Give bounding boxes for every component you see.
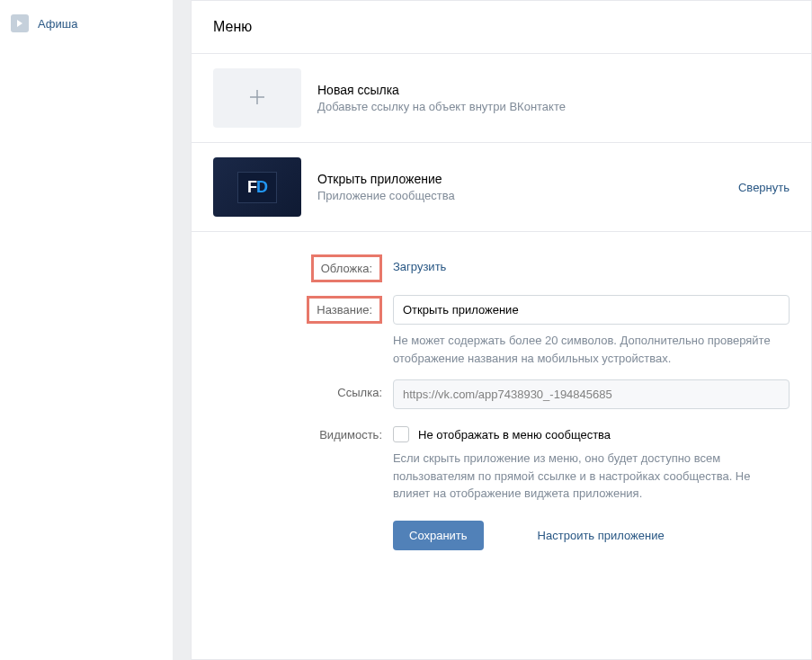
menu-item-text: Новая ссылка Добавьте ссылку на объект в… (317, 83, 790, 113)
name-input[interactable] (393, 295, 790, 325)
form-row-cover: Обложка: Загрузить (213, 254, 790, 282)
form-row-link: Ссылка: (213, 379, 790, 409)
name-label: Название: (307, 296, 382, 324)
menu-item-title: Открыть приложение (317, 172, 709, 186)
menu-item-subtitle: Добавьте ссылку на объект внутри ВКонтак… (317, 100, 790, 113)
sidebar: Афиша (0, 0, 173, 660)
form-section: Обложка: Загрузить Название: Не может со… (192, 232, 811, 572)
visibility-label: Видимость: (319, 428, 382, 441)
plus-icon (246, 86, 268, 111)
name-help-text: Не может содержать более 20 символов. До… (393, 332, 790, 367)
action-row: Сохранить Настроить приложение (393, 521, 790, 550)
sidebar-item-label: Афиша (38, 17, 77, 31)
add-thumbnail (213, 68, 301, 128)
app-thumbnail: FD (213, 157, 301, 217)
form-row-visibility: Видимость: Не отображать в меню сообщест… (213, 422, 790, 503)
menu-item-title: Новая ссылка (317, 83, 790, 97)
main-panel: Меню Новая ссылка Добавьте ссылку на объ… (191, 0, 812, 660)
menu-item-app[interactable]: FD Открыть приложение Приложение сообщес… (192, 143, 811, 232)
save-button[interactable]: Сохранить (393, 521, 484, 550)
link-input (393, 379, 790, 409)
visibility-checkbox-label: Не отображать в меню сообщества (418, 428, 611, 441)
page-title: Меню (213, 19, 790, 35)
cover-label: Обложка: (311, 254, 382, 282)
play-icon (11, 14, 29, 32)
menu-item-subtitle: Приложение сообщества (317, 189, 709, 202)
visibility-help-text: Если скрыть приложение из меню, оно буде… (393, 450, 790, 503)
form-row-name: Название: Не может содержать более 20 си… (213, 295, 790, 367)
visibility-checkbox[interactable] (393, 426, 409, 442)
panel-header: Меню (192, 1, 811, 54)
menu-item-text: Открыть приложение Приложение сообщества (317, 172, 709, 202)
link-label: Ссылка: (337, 386, 382, 399)
app-logo: FD (237, 172, 277, 203)
configure-app-link[interactable]: Настроить приложение (538, 529, 665, 542)
collapse-button[interactable]: Свернуть (725, 181, 790, 194)
sidebar-item-afisha[interactable]: Афиша (11, 11, 173, 36)
upload-cover-button[interactable]: Загрузить (393, 254, 446, 273)
menu-item-new-link[interactable]: Новая ссылка Добавьте ссылку на объект в… (192, 54, 811, 143)
